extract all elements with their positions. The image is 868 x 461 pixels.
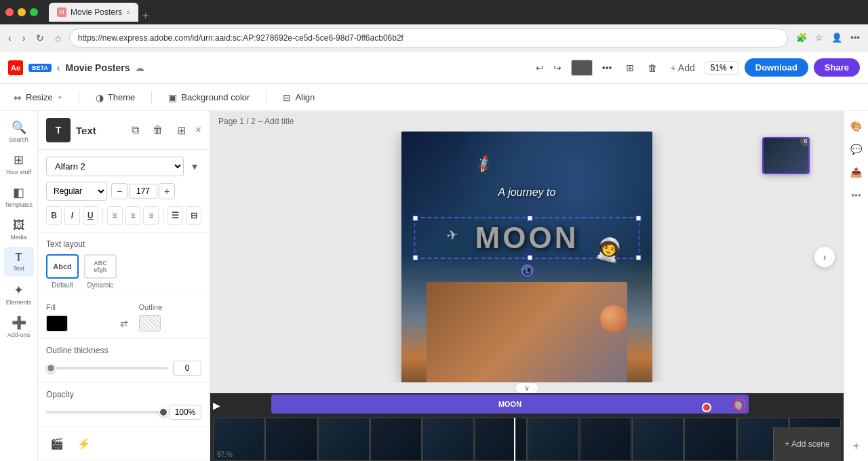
back-nav-btn[interactable]: ‹	[5, 30, 14, 46]
close-btn[interactable]	[5, 8, 14, 16]
expand-handle-btn[interactable]: ∨	[515, 382, 538, 394]
home-nav-btn[interactable]: ⌂	[52, 30, 63, 46]
sidebar-item-text[interactable]: T Text	[4, 247, 34, 277]
refresh-nav-btn[interactable]: ↻	[33, 30, 47, 46]
background-color-tool[interactable]: ▣ Background color	[163, 89, 255, 106]
right-add-btn[interactable]: +	[847, 437, 866, 456]
layout-dynamic-option[interactable]: ABCefgh Dynamic	[84, 254, 117, 289]
timeline-dot-red-left[interactable]	[702, 403, 711, 412]
play-button[interactable]: ▶	[213, 400, 220, 411]
handle-top-center[interactable]	[527, 216, 532, 221]
panel-duplicate-btn[interactable]: ⧉	[127, 121, 143, 140]
bold-button[interactable]: B	[46, 206, 62, 225]
timeline-dot-red-right[interactable]	[734, 399, 746, 411]
animation-btn[interactable]: ⚡	[73, 433, 95, 454]
rotation-handle[interactable]: ↺	[521, 264, 533, 277]
trash-button[interactable]: 🗑	[644, 60, 661, 76]
color-picker-toolbar[interactable]	[571, 60, 593, 76]
timeline-playhead[interactable]	[514, 418, 515, 461]
new-tab-button[interactable]: +	[140, 9, 151, 22]
settings-more-btn[interactable]: •••	[848, 30, 863, 45]
share-button[interactable]: Share	[814, 58, 860, 77]
film-frame-5	[422, 418, 474, 461]
opacity-input[interactable]	[169, 405, 201, 420]
sidebar-item-elements[interactable]: ✦ Elements	[4, 279, 34, 309]
panel-more-btn[interactable]: ⊞	[173, 121, 190, 140]
undo-button[interactable]: ↩	[532, 60, 548, 76]
bookmark-btn[interactable]: ☆	[812, 30, 826, 45]
font-family-select[interactable]: Alfarn 2	[46, 157, 184, 176]
restore-button[interactable]: ⊞	[622, 60, 638, 76]
layout-default-option[interactable]: Abcd Default	[46, 254, 79, 289]
thickness-input[interactable]	[173, 361, 201, 376]
opacity-slider-thumb[interactable]	[159, 407, 168, 417]
font-size-decrease-btn[interactable]: −	[111, 183, 127, 199]
sidebar-item-templates[interactable]: ◧ Templates	[4, 182, 34, 212]
list-btn[interactable]: ☰	[167, 206, 183, 225]
opacity-slider-track[interactable]	[46, 411, 163, 414]
right-comment-btn[interactable]: 💬	[847, 140, 866, 159]
font-dropdown-icon[interactable]: ▾	[188, 157, 201, 176]
minimize-btn[interactable]	[18, 8, 26, 16]
thumbnail-preview[interactable]: 6	[762, 137, 810, 174]
align-left-btn[interactable]: ≡	[107, 206, 123, 225]
sidebar-item-yourstuff[interactable]: ⊞ Your stuff	[4, 149, 34, 179]
zoom-control[interactable]: 51% ▾	[705, 61, 739, 75]
font-size-input[interactable]	[129, 184, 157, 199]
address-bar-input[interactable]	[69, 28, 789, 47]
maximize-btn[interactable]	[30, 8, 38, 16]
video-trim-btn[interactable]: 🎬	[46, 433, 68, 454]
font-size-increase-btn[interactable]: +	[159, 183, 175, 199]
swap-fill-outline-btn[interactable]: ⇄	[120, 318, 128, 329]
outline-color-swatch[interactable]	[139, 315, 161, 332]
handle-bottom-right[interactable]	[636, 255, 642, 260]
thickness-slider-thumb[interactable]	[46, 363, 56, 373]
right-color-btn[interactable]: 🎨	[847, 117, 866, 136]
yourstuff-label: Your stuff	[6, 169, 32, 176]
sidebar-item-addons[interactable]: ➕ Add-ons	[4, 312, 34, 342]
download-button[interactable]: Download	[745, 58, 808, 77]
fill-outline-section: Fill ⇄ Outline	[38, 296, 210, 339]
extensions-btn[interactable]: 🧩	[793, 30, 810, 45]
underline-button[interactable]: U	[83, 206, 98, 225]
resize-star-icon: ✦	[57, 94, 62, 101]
handle-top-right[interactable]	[636, 216, 642, 221]
right-share-btn[interactable]: 📤	[847, 163, 866, 182]
resize-tool[interactable]: ⇔ Resize ✦	[8, 89, 68, 106]
profile-btn[interactable]: 👤	[829, 30, 845, 45]
align-right-btn[interactable]: ≡	[143, 206, 159, 225]
active-tab[interactable]: M Movie Posters ×	[49, 3, 138, 22]
tab-close-icon[interactable]: ×	[126, 9, 130, 16]
add-title-label[interactable]: – Add title	[258, 117, 294, 126]
panel-delete-btn[interactable]: 🗑	[149, 121, 167, 140]
sidebar-item-media[interactable]: 🖼 Media	[4, 214, 34, 244]
align-tool[interactable]: ⊟ Align	[277, 89, 320, 106]
handle-top-left[interactable]	[413, 216, 418, 221]
handle-bottom-center[interactable]	[527, 255, 532, 260]
expand-handle[interactable]: ∨	[210, 382, 844, 393]
indent-btn[interactable]: ⊟	[186, 206, 201, 225]
moon-track[interactable]: MOON	[271, 395, 749, 414]
canvas-scroll-area[interactable]: 🚀 ✈ A journey to MOON	[210, 132, 844, 382]
poster-canvas[interactable]: 🚀 ✈ A journey to MOON	[401, 132, 652, 382]
next-page-btn[interactable]: ›	[814, 246, 835, 268]
more-options-button[interactable]: •••	[598, 60, 616, 76]
align-center-btn[interactable]: ≡	[125, 206, 141, 225]
secondary-toolbar: ⇔ Resize ✦ ◑ Theme ▣ Background color ⊟ …	[0, 84, 868, 111]
redo-button[interactable]: ↪	[549, 60, 566, 76]
panel-close-btn[interactable]: ×	[195, 121, 201, 140]
add-element-button[interactable]: + Add	[667, 60, 699, 76]
sidebar-item-search[interactable]: 🔍 Search	[4, 117, 34, 146]
font-size-row: Regular − +	[46, 182, 201, 201]
forward-nav-btn[interactable]: ›	[20, 30, 28, 46]
add-scene-button[interactable]: + Add scene	[773, 427, 841, 461]
italic-button[interactable]: I	[64, 206, 80, 225]
font-weight-select[interactable]: Regular	[46, 182, 107, 201]
journey-text[interactable]: A journey to	[498, 186, 556, 199]
theme-tool[interactable]: ◑ Theme	[90, 89, 140, 106]
fill-color-swatch[interactable]	[46, 315, 68, 332]
handle-bottom-left[interactable]	[413, 255, 418, 260]
thickness-slider-track[interactable]	[46, 367, 167, 369]
right-more-btn[interactable]: •••	[847, 186, 866, 205]
back-button[interactable]: ‹	[57, 62, 60, 73]
